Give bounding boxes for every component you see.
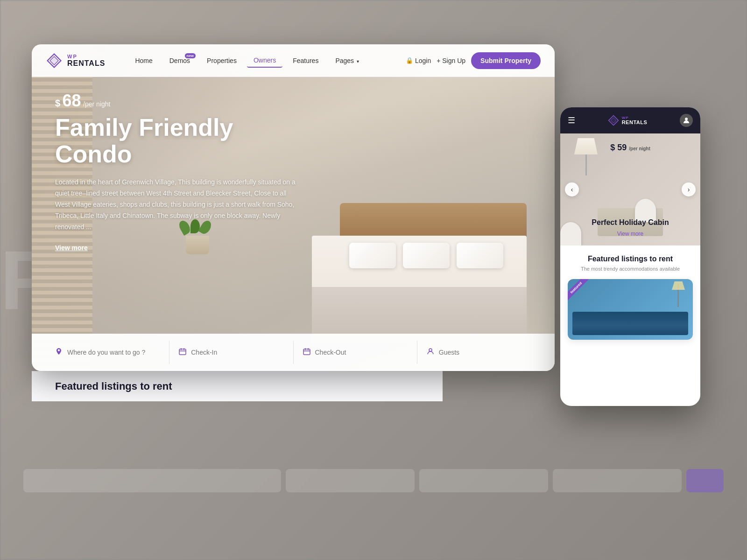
guests-field: [417, 341, 541, 364]
mobile-logo-text: WP RENTALS: [622, 116, 648, 125]
login-link[interactable]: 🔒 Login: [406, 57, 431, 64]
mobile-avatar[interactable]: [680, 114, 693, 127]
bed-decoration: [312, 203, 527, 343]
sofa-back: [572, 312, 688, 326]
signup-link[interactable]: + Sign Up: [437, 57, 465, 64]
desktop-card: WP RENTALS Home Demos new Properties Own…: [32, 44, 555, 371]
bed-mattress: [312, 236, 527, 343]
logo-text: WP RENTALS: [67, 54, 105, 68]
svg-point-7: [685, 118, 688, 120]
mobile-prev-button[interactable]: ‹: [565, 182, 579, 196]
mobile-logo-diamond-icon: [608, 115, 619, 126]
featured-badge: featured: [568, 279, 596, 307]
hero-content: $ 68 /per night Family Friendly Condo Lo…: [55, 91, 298, 252]
logo-diamond-icon: [46, 52, 63, 69]
nav-actions: 🔒 Login + Sign Up Submit Property: [406, 52, 541, 69]
mobile-lamp-shade: [574, 138, 598, 154]
price-currency: $: [55, 98, 60, 108]
nav-properties[interactable]: Properties: [200, 54, 243, 67]
guests-input[interactable]: [439, 349, 531, 356]
location-input[interactable]: [67, 349, 160, 356]
location-icon: [55, 348, 63, 357]
price-amount: 68: [63, 91, 81, 110]
featured-bottom-bar: Featured listings to rent: [32, 371, 443, 401]
pillow-2: [403, 243, 450, 268]
checkin-calendar-icon: [179, 348, 186, 357]
mobile-view-more-link[interactable]: View more: [560, 231, 700, 237]
submit-property-button[interactable]: Submit Property: [471, 52, 541, 69]
nav-features[interactable]: Features: [286, 54, 325, 67]
hero-title: Family Friendly Condo: [55, 114, 298, 168]
pillow-1: [349, 243, 396, 268]
mobile-featured-title: Featured listings to rent: [568, 255, 693, 263]
checkout-field: [294, 341, 417, 364]
svg-point-4: [429, 349, 432, 351]
mobile-featured-section: Featured listings to rent The most trend…: [560, 245, 700, 347]
mobile-room-lamp: [677, 284, 679, 307]
logo-wp: WP: [67, 54, 105, 59]
demos-badge: new: [185, 53, 196, 58]
nav-links: Home Demos new Properties Owners Feature…: [128, 54, 406, 68]
background-search-hints: [0, 467, 747, 495]
featured-badge-text: featured: [568, 279, 589, 301]
checkout-input[interactable]: [315, 349, 408, 356]
mobile-property-title: Perfect Holiday Cabin: [560, 218, 700, 227]
checkin-input[interactable]: [191, 349, 283, 356]
svg-rect-3: [303, 349, 310, 355]
nav-demos[interactable]: Demos new: [163, 54, 197, 67]
mobile-hero: ‹ › $ 59 /per night Perfect Holiday Cabi…: [560, 133, 700, 245]
mobile-price-amount: $ 59 /per night: [610, 143, 650, 153]
mobile-next-button[interactable]: ›: [682, 182, 696, 196]
mobile-listing-card[interactable]: featured: [568, 279, 693, 340]
price-per: /per night: [83, 100, 110, 108]
sofa-seat: [572, 326, 688, 335]
guests-icon: [427, 348, 434, 357]
checkout-calendar-icon: [303, 348, 310, 357]
nav-home[interactable]: Home: [128, 54, 159, 67]
nav-owners[interactable]: Owners: [247, 54, 282, 68]
desktop-navbar: WP RENTALS Home Demos new Properties Own…: [32, 44, 555, 77]
mobile-navbar: ☰ WP RENTALS: [560, 107, 700, 133]
price-tag: $ 68 /per night: [55, 91, 298, 111]
bed-headboard: [340, 203, 527, 240]
mobile-price: $ 59 /per night: [610, 143, 650, 153]
mobile-lamp: [574, 138, 598, 175]
mobile-logo-rentals: RENTALS: [622, 120, 648, 125]
mobile-logo[interactable]: WP RENTALS: [608, 115, 648, 126]
logo-rentals: RENTALS: [67, 59, 105, 68]
pages-dropdown-icon: ▾: [357, 59, 359, 64]
pillow-3: [457, 243, 503, 268]
featured-listings-title: Featured listings to rent: [55, 380, 172, 392]
nav-pages[interactable]: Pages ▾: [329, 54, 366, 67]
hero-section: WP RENTALS Home Demos new Properties Own…: [32, 44, 555, 371]
svg-marker-6: [611, 118, 616, 123]
svg-rect-2: [179, 349, 186, 355]
mobile-lamp-stem: [585, 154, 587, 175]
view-more-link[interactable]: View more: [55, 244, 88, 252]
search-bar: [32, 334, 555, 371]
lock-icon: 🔒: [406, 57, 413, 64]
mobile-sofa-decoration: [572, 312, 688, 335]
hero-description: Located in the heart of Greenwich Villag…: [55, 177, 298, 232]
location-field: [46, 341, 169, 364]
logo-area[interactable]: WP RENTALS: [46, 52, 105, 69]
mobile-menu-icon[interactable]: ☰: [568, 115, 575, 126]
mobile-featured-subtitle: The most trendy accommodations available: [568, 266, 693, 272]
svg-marker-1: [50, 56, 58, 65]
mobile-card: ☰ WP RENTALS: [560, 107, 700, 406]
checkin-field: [169, 341, 293, 364]
